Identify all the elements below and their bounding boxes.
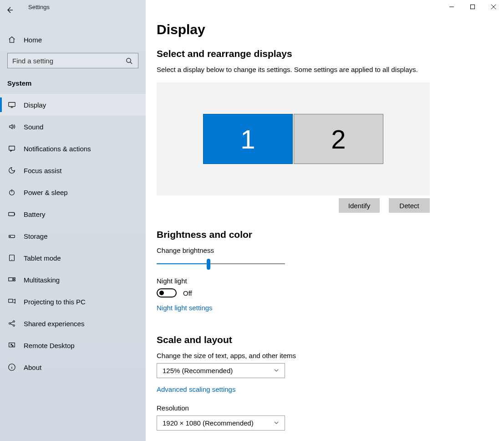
maximize-button[interactable] xyxy=(462,0,483,14)
scale-label: Change the size of text, apps, and other… xyxy=(157,352,504,359)
chevron-down-icon xyxy=(274,367,279,374)
search-input[interactable]: Find a setting xyxy=(7,53,138,68)
arrange-description: Select a display below to change its set… xyxy=(157,66,504,73)
sidebar-item-label: Sound xyxy=(24,123,43,131)
scale-heading: Scale and layout xyxy=(157,334,504,345)
brightness-slider[interactable] xyxy=(157,258,285,271)
resolution-value: 1920 × 1080 (Recommended) xyxy=(163,419,254,427)
slider-track-inactive xyxy=(209,263,285,264)
svg-rect-2 xyxy=(9,146,15,150)
brightness-slider-label: Change brightness xyxy=(157,246,504,254)
sidebar-item-label: Remote Desktop xyxy=(24,342,75,349)
sidebar-item-label: Tablet mode xyxy=(24,254,61,262)
scale-value: 125% (Recommended) xyxy=(163,367,233,374)
arrow-left-icon xyxy=(5,5,14,15)
projecting-icon xyxy=(7,297,16,306)
advanced-scaling-link[interactable]: Advanced scaling settings xyxy=(157,385,235,393)
back-button[interactable] xyxy=(0,2,19,18)
power-icon xyxy=(7,188,16,197)
close-button[interactable] xyxy=(483,0,504,14)
sidebar-item-label: Power & sleep xyxy=(24,189,68,196)
sidebar-item-label: About xyxy=(24,364,41,371)
brightness-heading: Brightness and color xyxy=(157,229,504,240)
night-light-settings-link[interactable]: Night light settings xyxy=(157,304,213,312)
minimize-button[interactable] xyxy=(441,0,462,14)
slider-thumb[interactable] xyxy=(207,259,210,270)
window-controls xyxy=(441,0,504,14)
night-light-label: Night light xyxy=(157,277,504,285)
sidebar-item-label: Battery xyxy=(24,210,46,218)
sound-icon xyxy=(7,122,16,131)
multitasking-icon xyxy=(7,275,16,284)
svg-rect-9 xyxy=(14,278,15,279)
sidebar-item-remote-desktop[interactable]: Remote Desktop xyxy=(0,334,146,356)
svg-point-13 xyxy=(13,321,15,323)
night-light-toggle[interactable] xyxy=(157,288,177,297)
toggle-knob xyxy=(159,291,164,295)
sidebar-item-projecting[interactable]: Projecting to this PC xyxy=(0,291,146,313)
home-label: Home xyxy=(24,36,42,44)
sidebar-item-storage[interactable]: Storage xyxy=(0,225,146,247)
svg-rect-17 xyxy=(471,5,475,9)
svg-point-0 xyxy=(126,58,130,62)
svg-point-6 xyxy=(10,236,10,236)
search-icon xyxy=(124,56,133,65)
svg-point-14 xyxy=(13,325,15,327)
display-arrangement-area[interactable]: 1 2 xyxy=(157,82,430,195)
sidebar-item-notifications[interactable]: Notifications & actions xyxy=(0,138,146,159)
arrange-heading: Select and rearrange displays xyxy=(157,48,504,59)
sidebar-item-sound[interactable]: Sound xyxy=(0,116,146,138)
window-title: Settings xyxy=(28,4,50,10)
svg-rect-8 xyxy=(9,278,13,281)
identify-button[interactable]: Identify xyxy=(339,198,380,213)
svg-rect-4 xyxy=(9,212,15,215)
sidebar-item-label: Storage xyxy=(24,232,48,240)
storage-icon xyxy=(7,231,16,241)
svg-rect-10 xyxy=(14,280,15,281)
sidebar-item-label: Display xyxy=(24,101,46,109)
sidebar-item-label: Projecting to this PC xyxy=(24,298,86,306)
sidebar-item-tablet-mode[interactable]: Tablet mode xyxy=(0,247,146,269)
svg-rect-1 xyxy=(9,103,15,107)
search-placeholder: Find a setting xyxy=(12,57,124,65)
home-icon xyxy=(7,35,16,44)
sidebar-item-label: Multitasking xyxy=(24,276,60,284)
resolution-label: Resolution xyxy=(157,404,504,412)
resolution-dropdown[interactable]: 1920 × 1080 (Recommended) xyxy=(157,415,285,431)
notifications-icon xyxy=(7,144,16,153)
sidebar-item-display[interactable]: Display xyxy=(0,94,146,116)
display-tile-1[interactable]: 1 xyxy=(203,114,293,164)
sidebar-item-label: Shared experiences xyxy=(24,320,84,328)
page-title: Display xyxy=(157,22,504,37)
svg-point-12 xyxy=(9,323,11,324)
sidebar-item-multitasking[interactable]: Multitasking xyxy=(0,269,146,291)
info-icon xyxy=(7,363,16,372)
display-tile-2[interactable]: 2 xyxy=(294,114,383,164)
chevron-down-icon xyxy=(274,419,279,427)
sidebar-item-shared-experiences[interactable]: Shared experiences xyxy=(0,313,146,334)
svg-rect-11 xyxy=(9,299,13,303)
night-light-state: Off xyxy=(183,289,192,297)
tablet-icon xyxy=(7,253,16,262)
display-icon xyxy=(7,100,16,109)
sidebar-item-label: Focus assist xyxy=(24,167,61,174)
sidebar: Settings Home Find a setting System Disp… xyxy=(0,0,146,441)
sidebar-item-focus-assist[interactable]: Focus assist xyxy=(0,159,146,181)
focus-assist-icon xyxy=(7,166,16,175)
sidebar-item-about[interactable]: About xyxy=(0,356,146,378)
detect-button[interactable]: Detect xyxy=(389,198,430,213)
sidebar-item-battery[interactable]: Battery xyxy=(0,203,146,225)
shared-icon xyxy=(7,319,16,328)
main-panel: Display Select and rearrange displays Se… xyxy=(146,0,504,441)
slider-track-active xyxy=(157,263,209,264)
sidebar-item-label: Notifications & actions xyxy=(24,145,91,153)
battery-icon xyxy=(7,210,16,219)
sidebar-item-power-sleep[interactable]: Power & sleep xyxy=(0,181,146,203)
scale-dropdown[interactable]: 125% (Recommended) xyxy=(157,363,285,378)
category-heading: System xyxy=(0,74,146,92)
home-button[interactable]: Home xyxy=(0,29,146,50)
remote-desktop-icon xyxy=(7,341,16,350)
